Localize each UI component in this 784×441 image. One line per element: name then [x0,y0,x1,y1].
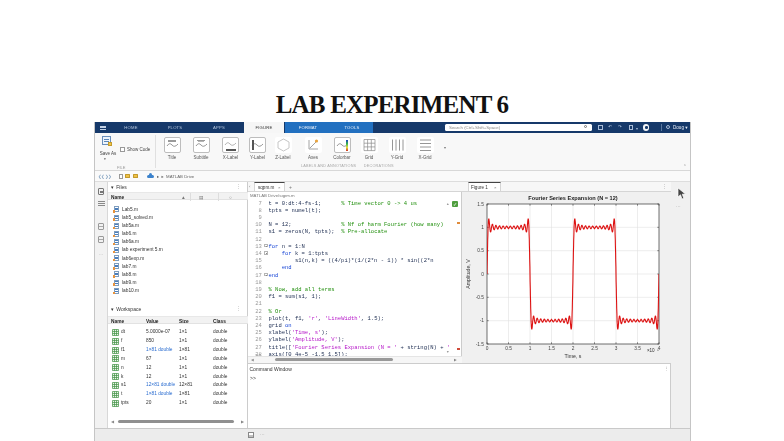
svg-text:0: 0 [486,346,489,351]
svg-text:Fourier Series Expansion (N =: Fourier Series Expansion (N = 12) [528,195,618,201]
svg-text:0.5: 0.5 [505,346,512,351]
svg-text:1: 1 [481,225,484,230]
svg-text:×10⁻⁵: ×10⁻⁵ [647,348,659,353]
svg-text:3.5: 3.5 [634,346,641,351]
svg-text:0: 0 [481,272,484,277]
svg-text:Amplitude, V: Amplitude, V [465,259,471,289]
svg-text:Time, s: Time, s [565,353,582,359]
svg-text:2: 2 [572,346,575,351]
svg-text:-0.5: -0.5 [476,295,485,300]
svg-text:0.5: 0.5 [477,248,484,253]
svg-text:-1: -1 [480,318,485,323]
svg-text:3: 3 [615,346,618,351]
svg-text:-1.5: -1.5 [476,342,485,347]
svg-text:1: 1 [529,346,532,351]
svg-text:1.5: 1.5 [477,202,484,207]
svg-text:2.5: 2.5 [591,346,598,351]
svg-text:1.5: 1.5 [548,346,555,351]
